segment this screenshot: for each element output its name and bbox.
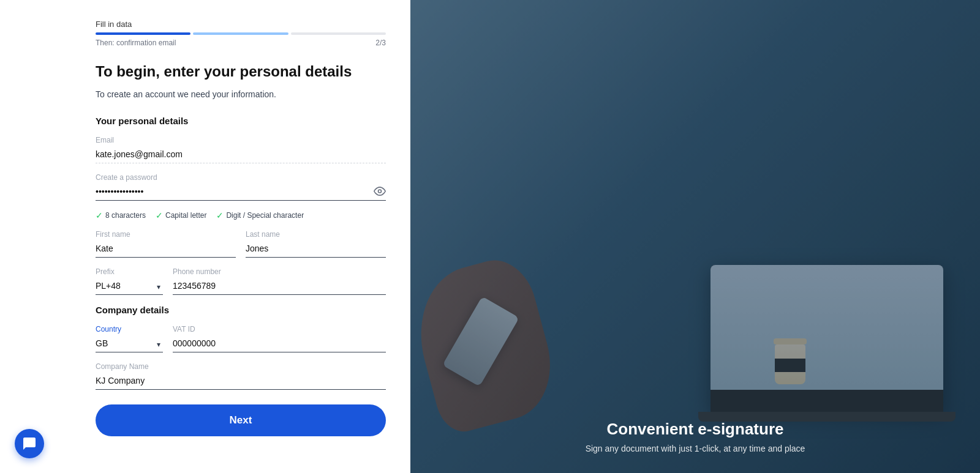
req-digit: ✓ Digit / Special character [216, 210, 304, 220]
prefix-select-wrapper: PL+48 GB+44 US+1 DE+49 ▾ [96, 278, 163, 295]
cup-body [775, 345, 805, 384]
coffee-cup [772, 338, 809, 393]
prefix-group: Prefix PL+48 GB+44 US+1 DE+49 ▾ [96, 267, 163, 295]
req-8-chars: ✓ 8 characters [96, 210, 146, 220]
next-button[interactable]: Next [96, 404, 386, 436]
first-name-group: First name [96, 230, 236, 258]
vat-input[interactable] [173, 336, 386, 352]
left-panel: Fill in data Then: confirmation email 2/… [0, 0, 410, 473]
overlay-subtitle: Sign any document with just 1-click, at … [410, 444, 980, 453]
password-requirements: ✓ 8 characters ✓ Capital letter ✓ Digit … [96, 210, 386, 220]
check-icon-3: ✓ [216, 210, 224, 220]
overlay-text: Convenient e-signature Sign any document… [410, 420, 980, 453]
email-input[interactable] [96, 147, 386, 163]
last-name-input[interactable] [246, 241, 386, 258]
main-title: To begin, enter your personal details [96, 62, 386, 81]
last-name-label: Last name [246, 230, 386, 239]
email-label: Email [96, 136, 386, 144]
req-label-1: 8 characters [105, 211, 146, 220]
step-indicator: 2/3 [375, 39, 386, 47]
chat-bubble[interactable] [15, 429, 44, 458]
phone-label: Phone number [173, 267, 386, 276]
progress-bar [96, 32, 386, 35]
progress-label: Fill in data [96, 20, 386, 29]
prefix-select[interactable]: PL+48 GB+44 US+1 DE+49 [96, 278, 163, 295]
cup-band [775, 359, 805, 372]
progress-section: Fill in data Then: confirmation email 2/… [96, 20, 386, 47]
password-input[interactable] [96, 184, 386, 201]
phone-input[interactable] [173, 278, 386, 295]
eye-icon[interactable] [374, 185, 386, 200]
company-name-group: Company Name [96, 362, 386, 390]
country-group: Country GB PL US DE ▾ [96, 325, 163, 352]
company-section-title: Company details [96, 305, 386, 315]
laptop-shape [710, 265, 943, 412]
progress-segment-1 [96, 32, 190, 35]
company-name-label: Company Name [96, 362, 386, 371]
progress-meta: Then: confirmation email 2/3 [96, 39, 386, 47]
password-label: Create a password [96, 173, 386, 182]
company-section: Company details Country GB PL US DE ▾ VA… [96, 305, 386, 390]
check-icon-1: ✓ [96, 210, 103, 220]
phone-row: Prefix PL+48 GB+44 US+1 DE+49 ▾ Phone nu… [96, 267, 386, 295]
overlay-title: Convenient e-signature [410, 420, 980, 439]
first-name-label: First name [96, 230, 236, 239]
req-label-2: Capital letter [165, 211, 206, 220]
country-vat-row: Country GB PL US DE ▾ VAT ID [96, 325, 386, 352]
company-name-input[interactable] [96, 373, 386, 390]
first-name-input[interactable] [96, 241, 236, 258]
laptop-screen [710, 265, 943, 390]
req-label-3: Digit / Special character [226, 211, 304, 220]
right-panel: Convenient e-signature Sign any document… [410, 0, 980, 473]
personal-section-title: Your personal details [96, 116, 386, 126]
country-select[interactable]: GB PL US DE [96, 336, 163, 352]
illustration [410, 0, 980, 473]
background-image: Convenient e-signature Sign any document… [410, 0, 980, 473]
then-label: Then: confirmation email [96, 39, 176, 47]
vat-group: VAT ID [173, 325, 386, 352]
name-row: First name Last name [96, 230, 386, 258]
vat-label: VAT ID [173, 325, 386, 333]
country-select-wrapper: GB PL US DE ▾ [96, 336, 163, 352]
svg-point-0 [379, 190, 382, 193]
email-field-group: Email [96, 136, 386, 163]
phone-group: Phone number [173, 267, 386, 295]
prefix-label: Prefix [96, 267, 163, 276]
sub-description: To create an account we need your inform… [96, 88, 386, 101]
req-capital: ✓ Capital letter [156, 210, 206, 220]
chat-icon [22, 436, 37, 451]
last-name-group: Last name [246, 230, 386, 258]
progress-segment-2 [193, 32, 288, 35]
password-field-group: Create a password [96, 173, 386, 201]
progress-segment-3 [291, 32, 386, 35]
password-wrapper [96, 184, 386, 201]
country-label: Country [96, 325, 163, 333]
check-icon-2: ✓ [156, 210, 163, 220]
cup-lid [774, 338, 807, 345]
